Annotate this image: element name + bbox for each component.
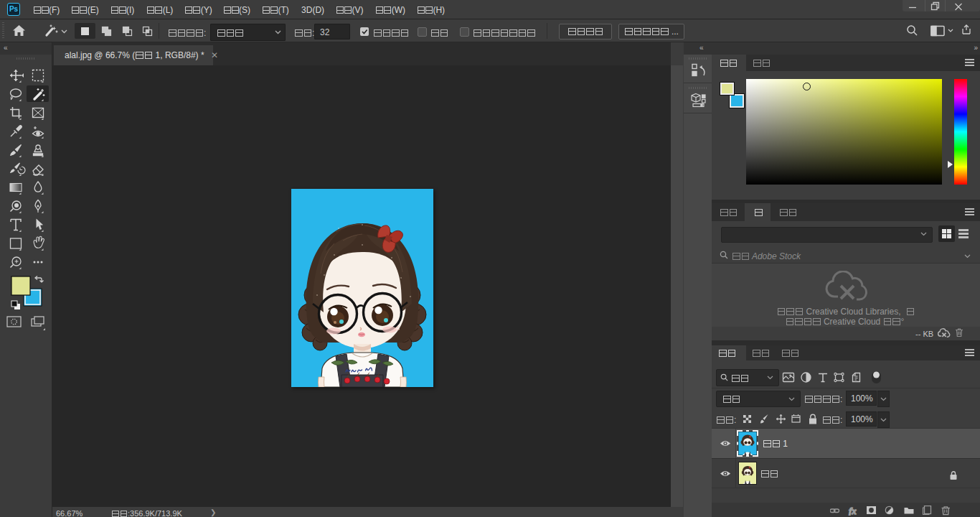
svg-text:fx: fx — [849, 506, 857, 516]
